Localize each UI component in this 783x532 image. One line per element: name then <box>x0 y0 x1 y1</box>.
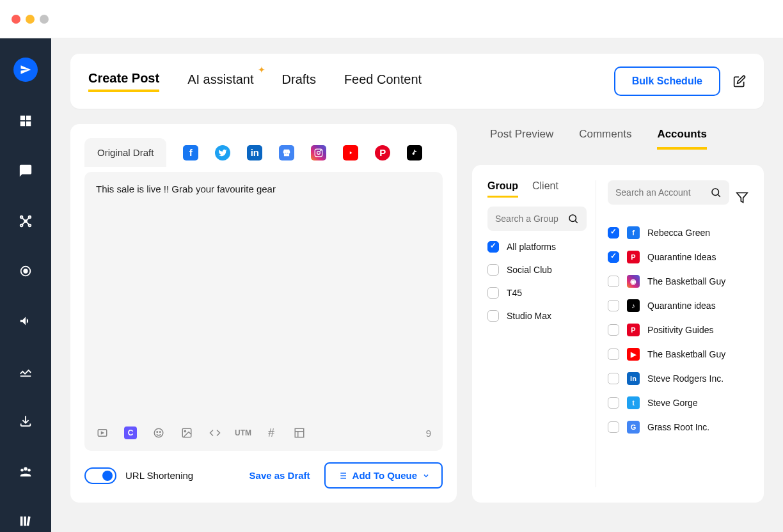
fb-icon: f <box>627 226 640 239</box>
post-editor[interactable]: This sale is live !! Grab your favourite… <box>84 172 443 451</box>
gb-icon: G <box>627 421 640 434</box>
hashtag-icon[interactable]: # <box>265 426 278 439</box>
tab-comments[interactable]: Comments <box>579 128 631 150</box>
google-business-icon[interactable] <box>279 145 294 160</box>
group-item[interactable]: All platforms <box>487 241 587 253</box>
checkbox[interactable] <box>608 227 619 239</box>
group-item[interactable]: Studio Max <box>487 310 587 322</box>
group-search[interactable] <box>487 207 587 231</box>
account-search[interactable] <box>608 180 729 205</box>
group-search-input[interactable] <box>495 214 562 224</box>
char-count: 9 <box>426 428 431 439</box>
chevron-down-icon <box>422 472 430 480</box>
instagram-icon[interactable] <box>311 145 326 160</box>
subtab-client[interactable]: Client <box>532 180 558 198</box>
facebook-icon[interactable]: f <box>183 145 198 160</box>
close-window-dot[interactable] <box>12 15 20 24</box>
canva-icon[interactable]: C <box>124 426 137 439</box>
youtube-icon[interactable] <box>343 145 358 160</box>
template-icon[interactable] <box>293 426 306 439</box>
compose-footer: URL Shortening Save as Draft Add To Queu… <box>84 462 443 489</box>
header-actions: Bulk Schedule <box>614 66 746 96</box>
account-item[interactable]: ♪Quarantine ideas <box>608 299 748 312</box>
checkbox[interactable] <box>487 241 499 253</box>
right-column: Post Preview Comments Accounts Group Cli… <box>472 124 764 503</box>
account-list: fRebecca GreenPQuarantine Ideas◉The Bask… <box>608 226 748 434</box>
yt-icon: ▶ <box>627 348 640 361</box>
pinterest-icon[interactable]: P <box>375 145 390 160</box>
checkbox[interactable] <box>608 373 619 384</box>
tab-create-post[interactable]: Create Post <box>88 71 159 92</box>
compose-card: Original Draft f in P This sale is live … <box>70 124 457 503</box>
url-shortening-toggle[interactable] <box>84 467 116 484</box>
svg-line-41 <box>575 221 577 223</box>
checkbox[interactable] <box>608 421 619 433</box>
utm-icon[interactable]: UTM <box>237 426 249 439</box>
filter-icon[interactable] <box>736 191 748 204</box>
account-label: Steve Rodgers Inc. <box>647 373 724 384</box>
account-item[interactable]: fRebecca Green <box>608 226 748 239</box>
twitter-icon[interactable] <box>215 145 230 160</box>
sidebar-megaphone-icon[interactable] <box>13 310 38 332</box>
search-icon <box>567 213 579 224</box>
account-item[interactable]: ◉The Basketball Guy <box>608 275 748 288</box>
account-item[interactable]: PPositivity Guides <box>608 324 748 336</box>
tab-drafts[interactable]: Drafts <box>282 72 316 91</box>
account-item[interactable]: PQuarantine Ideas <box>608 251 748 263</box>
group-list: All platformsSocial ClubT45Studio Max <box>487 241 587 322</box>
sidebar-comments-icon[interactable] <box>13 160 38 182</box>
svg-line-10 <box>26 217 29 221</box>
checkbox[interactable] <box>487 264 499 276</box>
save-draft-button[interactable]: Save as Draft <box>249 470 310 481</box>
linkedin-icon[interactable]: in <box>247 145 262 160</box>
url-shortening-label: URL Shortening <box>125 470 193 481</box>
original-draft-tab[interactable]: Original Draft <box>84 138 166 167</box>
tab-feed-content[interactable]: Feed Content <box>344 72 422 91</box>
group-item[interactable]: Social Club <box>487 264 587 276</box>
account-label: Steve Gorge <box>647 398 698 408</box>
minimize-window-dot[interactable] <box>26 15 35 24</box>
post-text[interactable]: This sale is live !! Grab your favourite… <box>96 184 431 419</box>
bulk-schedule-button[interactable]: Bulk Schedule <box>614 66 720 96</box>
checkbox[interactable] <box>487 310 499 322</box>
account-item[interactable]: inSteve Rodgers Inc. <box>608 372 748 385</box>
sidebar-target-icon[interactable] <box>13 260 38 282</box>
checkbox[interactable] <box>487 287 499 299</box>
tab-accounts[interactable]: Accounts <box>657 128 706 150</box>
svg-rect-20 <box>27 516 31 526</box>
account-item[interactable]: GGrass Root Inc. <box>608 421 748 434</box>
tab-post-preview[interactable]: Post Preview <box>490 128 553 150</box>
accounts-column: fRebecca GreenPQuarantine Ideas◉The Bask… <box>608 180 748 487</box>
edit-icon[interactable] <box>733 75 746 88</box>
account-item[interactable]: tSteve Gorge <box>608 396 748 409</box>
checkbox[interactable] <box>608 276 619 287</box>
sidebar-library-icon[interactable] <box>13 510 38 532</box>
window-titlebar <box>0 0 783 38</box>
image-icon[interactable] <box>180 426 193 439</box>
tiktok-icon[interactable] <box>407 145 422 160</box>
sidebar-logo[interactable] <box>13 58 38 82</box>
sidebar-dashboard-icon[interactable] <box>13 110 38 132</box>
account-search-input[interactable] <box>615 187 705 198</box>
emoji-icon[interactable] <box>152 426 165 439</box>
account-item[interactable]: ▶The Basketball Guy <box>608 348 748 361</box>
tab-ai-assistant[interactable]: AI assistant ✦ <box>187 72 253 91</box>
subtab-group[interactable]: Group <box>487 180 518 198</box>
sidebar-team-icon[interactable] <box>13 460 38 482</box>
checkbox[interactable] <box>608 300 619 311</box>
checkbox[interactable] <box>608 324 619 336</box>
maximize-window-dot[interactable] <box>40 15 49 24</box>
group-label: All platforms <box>507 242 556 252</box>
account-label: Grass Root Inc. <box>647 422 709 432</box>
sidebar-download-icon[interactable] <box>13 410 38 432</box>
add-to-queue-button[interactable]: Add To Queue <box>324 462 443 489</box>
group-item[interactable]: T45 <box>487 287 587 299</box>
sparkle-icon: ✦ <box>258 65 265 75</box>
sidebar-network-icon[interactable] <box>13 210 38 231</box>
media-icon[interactable] <box>96 426 109 439</box>
sidebar-analytics-icon[interactable] <box>13 360 38 382</box>
checkbox[interactable] <box>608 348 619 360</box>
checkbox[interactable] <box>608 397 619 409</box>
code-icon[interactable] <box>209 426 221 439</box>
checkbox[interactable] <box>608 251 619 263</box>
